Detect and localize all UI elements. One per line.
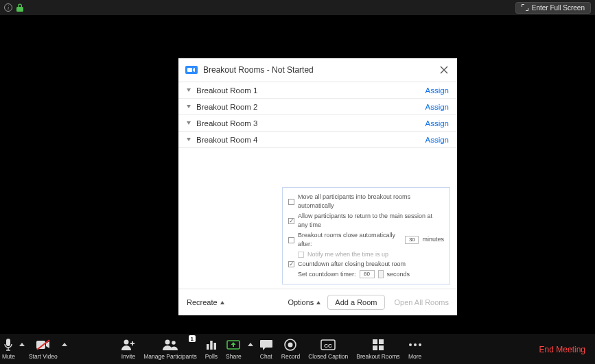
share-label: Share [226, 353, 242, 360]
record-button[interactable]: Record [277, 334, 304, 364]
checkbox[interactable] [298, 252, 304, 258]
chevron-down-icon [187, 88, 191, 92]
chevron-up-icon [62, 343, 67, 346]
option-allow-return[interactable]: Allow participants to return to the main… [288, 212, 444, 230]
chat-label: Chat [260, 353, 272, 360]
share-menu-caret[interactable] [246, 334, 255, 364]
checkbox[interactable] [288, 199, 294, 205]
record-icon [284, 338, 296, 352]
close-icon [440, 66, 448, 74]
mute-label: Mute [2, 353, 15, 360]
option-label: Breakout rooms close automatically after… [298, 231, 401, 250]
chevron-up-icon [316, 301, 320, 304]
assign-link[interactable]: Assign [425, 119, 449, 128]
chevron-down-icon [187, 138, 191, 141]
top-bar: i Enter Full Screen [0, 0, 595, 15]
participant-count-badge: 1 [189, 335, 196, 342]
svg-point-9 [165, 340, 170, 345]
chat-button[interactable]: Chat [255, 334, 277, 364]
mute-button[interactable]: Mute [0, 334, 17, 364]
svg-rect-1 [6, 339, 10, 346]
open-all-rooms-button: Open All Rooms [395, 298, 449, 306]
enter-full-screen-label: Enter Full Screen [532, 4, 585, 12]
record-label: Record [281, 353, 300, 360]
option-close-after[interactable]: Breakout rooms close automatically after… [288, 231, 444, 250]
checkbox[interactable] [288, 218, 294, 224]
svg-rect-20 [379, 339, 384, 344]
share-screen-icon [226, 338, 240, 352]
assign-link[interactable]: Assign [425, 103, 449, 111]
option-countdown[interactable]: Countdown after closing breakout room [288, 260, 444, 269]
close-button[interactable] [438, 64, 450, 76]
svg-rect-0 [187, 68, 192, 72]
chevron-down-icon [187, 105, 191, 108]
chevron-up-icon [220, 301, 224, 304]
svg-rect-12 [210, 341, 213, 350]
options-popup: Move all participants into breakout room… [282, 187, 450, 285]
close-after-minutes-input[interactable]: 30 [405, 236, 419, 244]
more-button[interactable]: More [404, 334, 426, 364]
svg-rect-13 [213, 343, 216, 350]
room-name: Breakout Room 4 [196, 136, 258, 144]
checkbox[interactable] [288, 237, 294, 243]
svg-point-25 [419, 343, 421, 346]
info-icon[interactable]: i [4, 3, 12, 12]
option-notify[interactable]: Notify me when the time is up [288, 250, 444, 260]
chevron-down-icon [187, 121, 191, 125]
more-icon [408, 338, 422, 352]
meeting-toolbar: Mute Start Video Invite 1 Manage Partici… [0, 334, 595, 364]
room-name: Breakout Room 1 [196, 86, 258, 95]
closed-caption-label: Closed Caption [308, 353, 348, 360]
video-menu-caret[interactable] [60, 334, 69, 364]
chevron-up-icon [19, 343, 25, 346]
option-label: Allow participants to return to the main… [298, 212, 444, 230]
recreate-menu[interactable]: Recreate [187, 298, 224, 306]
recreate-label: Recreate [187, 298, 218, 306]
svg-text:CC: CC [324, 343, 332, 349]
zoom-logo-icon [185, 66, 198, 74]
room-name: Breakout Room 3 [196, 119, 258, 128]
invite-icon [121, 338, 135, 352]
checkbox[interactable] [288, 261, 294, 267]
option-label: Countdown after closing breakout room [298, 260, 406, 269]
option-label: Move all participants into breakout room… [298, 193, 444, 211]
room-row[interactable]: Breakout Room 4 Assign [178, 132, 457, 148]
closed-caption-icon: CC [320, 338, 336, 352]
manage-participants-label: Manage Participants [143, 353, 197, 360]
svg-point-10 [172, 341, 176, 345]
start-video-label: Start Video [29, 353, 58, 360]
options-menu[interactable]: Options [288, 298, 320, 306]
share-button[interactable]: Share [222, 334, 246, 364]
option-label: Set countdown timer: [298, 270, 356, 280]
room-row[interactable]: Breakout Room 1 Assign [178, 82, 457, 99]
end-meeting-button[interactable]: End Meeting [539, 345, 585, 354]
options-label: Options [288, 298, 314, 306]
polls-button[interactable]: Polls [201, 334, 222, 364]
room-list: Breakout Room 1 Assign Breakout Room 2 A… [178, 82, 457, 148]
room-row[interactable]: Breakout Room 3 Assign [178, 115, 457, 132]
audio-menu-caret[interactable] [17, 334, 27, 364]
svg-rect-21 [373, 345, 377, 350]
add-room-button[interactable]: Add a Room [327, 295, 384, 310]
option-move-auto[interactable]: Move all participants into breakout room… [288, 193, 444, 211]
dialog-title: Breakout Rooms - Not Started [203, 65, 432, 75]
svg-rect-11 [207, 344, 209, 350]
svg-rect-19 [373, 339, 377, 344]
video-off-icon [36, 338, 51, 352]
invite-button[interactable]: Invite [117, 334, 139, 364]
breakout-rooms-button[interactable]: Breakout Rooms [352, 334, 404, 364]
assign-link[interactable]: Assign [425, 86, 449, 95]
assign-link[interactable]: Assign [425, 136, 449, 144]
start-video-button[interactable]: Start Video [27, 334, 60, 364]
manage-participants-button[interactable]: 1 Manage Participants [139, 334, 201, 364]
closed-caption-button[interactable]: CC Closed Caption [304, 334, 352, 364]
svg-point-6 [124, 340, 128, 345]
option-countdown-timer[interactable]: Set countdown timer: 60 seconds [288, 270, 444, 280]
countdown-seconds-input[interactable]: 60 [360, 270, 375, 278]
breakout-rooms-icon [372, 338, 384, 352]
enter-full-screen-button[interactable]: Enter Full Screen [515, 2, 591, 14]
room-row[interactable]: Breakout Room 2 Assign [178, 99, 457, 115]
encryption-lock-icon[interactable] [16, 3, 23, 12]
dialog-footer: Recreate Options Add a Room Open All Roo… [178, 289, 457, 315]
stepper[interactable] [378, 270, 384, 278]
